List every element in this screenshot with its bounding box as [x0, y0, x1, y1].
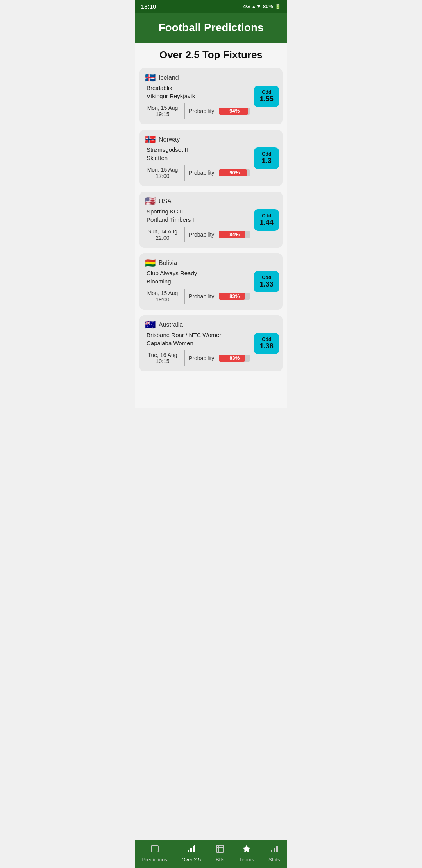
probability-section: Probability: 94% — [189, 108, 250, 115]
fixture-bottom-row: Mon, 15 Aug19:15 Probability: 94% — [145, 103, 250, 119]
main-content: Over 2.5 Top Fixtures 🇮🇸 Iceland Breidab… — [135, 43, 287, 408]
country-row: 🇳🇴 Norway — [145, 135, 180, 144]
fixture-datetime: Mon, 15 Aug17:00 — [145, 167, 180, 179]
probability-text: 90% — [229, 170, 240, 176]
probability-section: Probability: 84% — [189, 231, 250, 238]
probability-text: 84% — [229, 231, 240, 237]
country-row: 🇧🇴 Bolivia — [145, 259, 177, 267]
odd-label: Odd — [259, 151, 274, 157]
team-names: BreidablikVíkingur Reykjavík — [147, 84, 195, 100]
divider — [184, 165, 185, 181]
fixture-card-4[interactable]: 🇧🇴 Bolivia Club Always ReadyBlooming Mon… — [139, 253, 283, 310]
odd-label: Odd — [259, 90, 274, 95]
app-header: Football Predictions — [135, 13, 287, 43]
odd-value: 1.38 — [259, 342, 274, 350]
odd-badge[interactable]: Odd 1.44 — [254, 209, 279, 231]
probability-bar: 84% — [219, 231, 250, 238]
country-flag: 🇺🇸 — [145, 197, 156, 206]
country-flag: 🇳🇴 — [145, 135, 156, 144]
probability-bar: 94% — [219, 108, 250, 115]
fixture-datetime: Mon, 15 Aug19:00 — [145, 290, 180, 303]
probability-label: Probability: — [189, 293, 216, 299]
fixtures-list: 🇮🇸 Iceland BreidablikVíkingur Reykjavík … — [139, 68, 283, 371]
status-time: 18:10 — [141, 3, 156, 10]
signal-icon: 4G ▲▼ — [243, 4, 261, 9]
country-flag: 🇧🇴 — [145, 259, 156, 267]
fixture-datetime: Mon, 15 Aug19:15 — [145, 105, 180, 117]
probability-label: Probability: — [189, 108, 216, 114]
odd-label: Odd — [259, 275, 274, 280]
fixture-card-5[interactable]: 🇦🇺 Australia Brisbane Roar / NTC WomenCa… — [139, 315, 283, 371]
probability-section: Probability: 83% — [189, 293, 250, 300]
odd-value: 1.33 — [259, 280, 274, 289]
country-flag: 🇦🇺 — [145, 321, 156, 329]
odd-value: 1.44 — [259, 219, 274, 227]
country-name: Norway — [159, 136, 180, 143]
fixture-bottom-row: Mon, 15 Aug17:00 Probability: 90% — [145, 165, 250, 181]
probability-text: 94% — [229, 108, 240, 114]
odd-label: Odd — [259, 213, 274, 219]
odd-label: Odd — [259, 337, 274, 342]
battery-indicator: 80% — [263, 4, 273, 9]
section-title: Over 2.5 Top Fixtures — [139, 49, 283, 61]
country-row: 🇺🇸 USA — [145, 197, 172, 206]
fixture-datetime: Sun, 14 Aug22:00 — [145, 228, 180, 241]
probability-text: 83% — [229, 293, 240, 299]
fixture-card-1[interactable]: 🇮🇸 Iceland BreidablikVíkingur Reykjavík … — [139, 68, 283, 124]
team-names: Sporting KC IIPortland Timbers II — [147, 207, 196, 224]
status-indicators: 4G ▲▼ 80% 🔋 — [243, 4, 281, 9]
divider — [184, 103, 185, 119]
country-row: 🇮🇸 Iceland — [145, 74, 179, 82]
battery-icon: 🔋 — [275, 4, 281, 9]
fixture-card-3[interactable]: 🇺🇸 USA Sporting KC IIPortland Timbers II… — [139, 192, 283, 248]
probability-label: Probability: — [189, 170, 216, 176]
team-names: Strømsgodset IISkjetten — [147, 145, 188, 162]
divider — [184, 350, 185, 366]
odd-value: 1.55 — [259, 95, 274, 103]
country-row: 🇦🇺 Australia — [145, 321, 183, 329]
status-bar: 18:10 4G ▲▼ 80% 🔋 — [135, 0, 287, 13]
odd-badge[interactable]: Odd 1.3 — [254, 147, 279, 169]
odd-value: 1.3 — [259, 157, 274, 165]
fixture-info: 🇺🇸 USA Sporting KC IIPortland Timbers II… — [145, 197, 250, 242]
country-flag: 🇮🇸 — [145, 74, 156, 82]
probability-text: 83% — [229, 355, 240, 361]
fixture-info: 🇧🇴 Bolivia Club Always ReadyBlooming Mon… — [145, 259, 250, 304]
probability-label: Probability: — [189, 355, 216, 361]
country-name: Bolivia — [159, 260, 177, 267]
team-names: Club Always ReadyBlooming — [147, 269, 197, 285]
country-name: USA — [159, 198, 172, 205]
probability-bar: 83% — [219, 293, 250, 300]
fixture-card-2[interactable]: 🇳🇴 Norway Strømsgodset IISkjetten Mon, 1… — [139, 130, 283, 186]
probability-bar: 90% — [219, 169, 250, 176]
fixture-info: 🇮🇸 Iceland BreidablikVíkingur Reykjavík … — [145, 74, 250, 119]
probability-label: Probability: — [189, 231, 216, 238]
divider — [184, 289, 185, 304]
country-name: Australia — [159, 321, 183, 328]
page-title: Football Predictions — [141, 22, 281, 34]
fixture-datetime: Tue, 16 Aug10:15 — [145, 352, 180, 364]
team-names: Brisbane Roar / NTC WomenCapalaba Women — [147, 331, 223, 347]
fixture-info: 🇦🇺 Australia Brisbane Roar / NTC WomenCa… — [145, 321, 250, 366]
fixture-info: 🇳🇴 Norway Strømsgodset IISkjetten Mon, 1… — [145, 135, 250, 181]
divider — [184, 227, 185, 242]
fixture-bottom-row: Tue, 16 Aug10:15 Probability: 83% — [145, 350, 250, 366]
odd-badge[interactable]: Odd 1.33 — [254, 271, 279, 292]
fixture-bottom-row: Sun, 14 Aug22:00 Probability: 84% — [145, 227, 250, 242]
odd-badge[interactable]: Odd 1.38 — [254, 333, 279, 354]
probability-bar: 83% — [219, 355, 250, 362]
country-name: Iceland — [159, 74, 179, 81]
probability-section: Probability: 90% — [189, 169, 250, 176]
odd-badge[interactable]: Odd 1.55 — [254, 86, 279, 107]
probability-section: Probability: 83% — [189, 355, 250, 362]
fixture-bottom-row: Mon, 15 Aug19:00 Probability: 83% — [145, 289, 250, 304]
